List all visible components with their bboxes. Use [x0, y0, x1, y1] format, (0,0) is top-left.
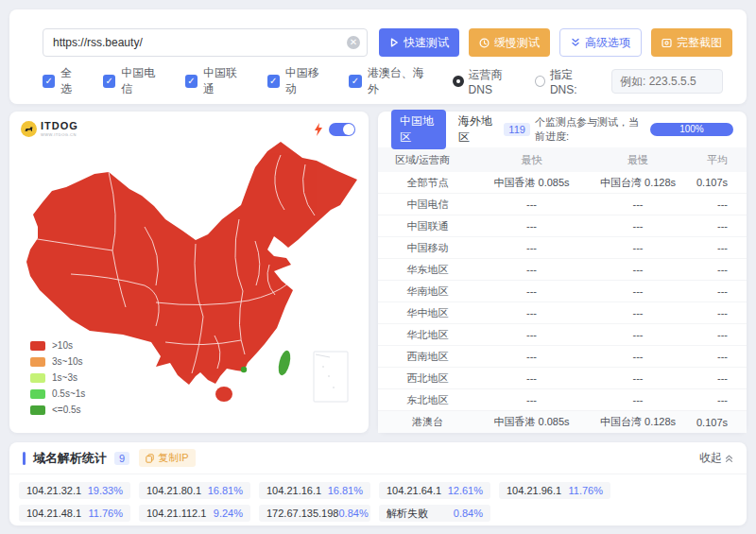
radio-unselected-icon — [535, 76, 545, 87]
checkbox-hmt-overseas[interactable]: ✓ 港澳台、海外 — [349, 65, 432, 97]
test-toolbar-card: ✕ 快速测试 缓慢测试 高级选项 完整截图 ✓ 全选 — [9, 9, 747, 104]
map-legend: >10s 3s~10s 1s~3s 0.5s~1s <=0.5s — [30, 337, 85, 418]
radio-custom-dns[interactable]: 指定DNS: — [535, 67, 594, 96]
dns-stats-card: 域名解析统计 9 复制IP 收起 104.21.32.119.33% 104.2… — [9, 442, 747, 525]
custom-dns-input[interactable] — [611, 69, 723, 94]
table-row: 中国电信--------- — [378, 194, 747, 215]
checkbox-checked-icon: ✓ — [185, 75, 198, 88]
ip-stat-item: 104.21.16.116.81% — [259, 482, 370, 499]
test-results-card: 中国地区 海外地区 119 个监测点参与测试，当前进度: 100% 区域/运营商… — [378, 112, 747, 433]
hongkong-marker — [241, 367, 247, 372]
double-chevron-down-icon — [571, 38, 580, 47]
legend-item: >10s — [30, 337, 85, 353]
checkbox-checked-icon: ✓ — [103, 75, 115, 88]
ip-stat-item: 104.21.32.119.33% — [19, 482, 130, 499]
table-row: 中国移动--------- — [378, 237, 747, 259]
screenshot-icon — [662, 38, 672, 48]
tab-overseas-region[interactable]: 海外地区 — [450, 110, 505, 149]
slow-test-button[interactable]: 缓慢测试 — [469, 28, 550, 57]
ip-stat-item: 104.21.80.116.81% — [139, 482, 250, 499]
table-row: 西北地区--------- — [378, 368, 747, 389]
logo-title: ITDOG — [41, 121, 78, 131]
ip-stat-item: 104.21.64.112.61% — [379, 482, 490, 499]
advanced-options-button[interactable]: 高级选项 — [559, 28, 642, 57]
copy-ip-button[interactable]: 复制IP — [139, 449, 195, 467]
clock-icon — [479, 38, 490, 48]
ip-stat-item: 解析失败0.84% — [379, 505, 490, 522]
south-china-sea-inset — [314, 352, 348, 402]
url-input-wrap: ✕ — [43, 28, 368, 57]
table-row: 华中地区--------- — [378, 302, 747, 324]
hainan-island — [215, 387, 232, 402]
table-row: 港澳台中国香港 0.085s中国台湾 0.128s0.107s — [378, 411, 747, 433]
checkbox-checked-icon: ✓ — [349, 75, 361, 88]
clear-input-icon[interactable]: ✕ — [347, 36, 360, 49]
table-row: 中国联通--------- — [378, 215, 747, 237]
dns-stats-title: 域名解析统计 — [33, 450, 107, 467]
results-table-header: 区域/运营商 最快 最慢 平均 — [378, 147, 747, 172]
table-row: 东北地区--------- — [378, 389, 747, 411]
ip-stat-item: 104.21.112.19.24% — [139, 505, 250, 522]
play-icon — [389, 38, 399, 47]
quick-test-button[interactable]: 快速测试 — [379, 28, 459, 57]
legend-item: 0.5s~1s — [30, 386, 85, 402]
legend-swatch — [30, 341, 45, 351]
legend-swatch — [30, 405, 45, 415]
collapse-button[interactable]: 收起 — [699, 450, 733, 466]
table-row: 华北地区--------- — [378, 324, 747, 346]
table-row: 全部节点中国香港 0.085s中国台湾 0.128s0.107s — [378, 172, 747, 194]
copy-icon — [146, 454, 154, 463]
legend-swatch — [30, 389, 45, 399]
legend-swatch — [30, 357, 45, 367]
checkbox-checked-icon: ✓ — [267, 75, 280, 88]
node-count-badge: 119 — [504, 123, 530, 136]
legend-swatch — [30, 373, 45, 383]
checkbox-select-all[interactable]: ✓ 全选 — [43, 65, 82, 97]
ip-stat-item: 104.21.96.111.76% — [499, 482, 610, 499]
legend-item: 3s~10s — [30, 353, 85, 370]
full-screenshot-button[interactable]: 完整截图 — [651, 28, 732, 57]
checkbox-checked-icon: ✓ — [43, 75, 55, 88]
progress-label: 个监测点参与测试，当前进度: — [535, 115, 645, 144]
chevron-up-icon — [725, 454, 733, 463]
legend-item: <=0.5s — [30, 402, 85, 418]
ip-stat-item: 172.67.135.1980.84% — [259, 505, 370, 522]
radio-carrier-dns[interactable]: 运营商DNS — [453, 67, 520, 96]
tab-china-region[interactable]: 中国地区 — [391, 110, 446, 149]
url-input[interactable] — [43, 28, 368, 57]
results-table-body: 全部节点中国香港 0.085s中国台湾 0.128s0.107s 中国电信---… — [378, 172, 747, 433]
legend-item: 1s~3s — [30, 370, 85, 386]
checkbox-china-telecom[interactable]: ✓ 中国电信 — [103, 65, 164, 97]
checkbox-china-unicom[interactable]: ✓ 中国联通 — [185, 65, 247, 97]
table-row: 华南地区--------- — [378, 281, 747, 302]
ip-stats-grid: 104.21.32.119.33% 104.21.80.116.81% 104.… — [9, 474, 747, 522]
progress-bar: 100% — [650, 123, 733, 136]
ip-stat-item: 104.21.48.111.76% — [19, 505, 130, 522]
taiwan-island — [276, 350, 292, 377]
table-row: 西南地区--------- — [378, 346, 747, 368]
dns-count-badge: 9 — [114, 452, 129, 465]
radio-selected-icon — [453, 76, 464, 87]
china-map-card: ITDOG WWW.ITDOG.CN — [9, 112, 369, 433]
section-accent-bar — [23, 452, 26, 465]
table-row: 华东地区--------- — [378, 259, 747, 281]
checkbox-china-mobile[interactable]: ✓ 中国移动 — [267, 65, 329, 97]
